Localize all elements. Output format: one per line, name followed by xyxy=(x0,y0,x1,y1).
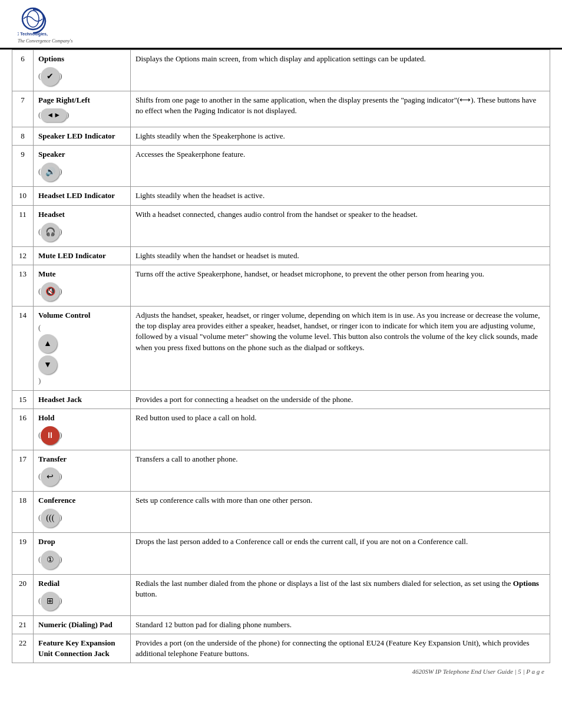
row-description: Sets up conference calls with more than … xyxy=(131,492,550,533)
table-row: 20Redial(⊞)Redials the last number diale… xyxy=(12,574,550,615)
page-footer: 4620SW IP Telephone End User Guide | 5 |… xyxy=(0,663,562,678)
row-name: Headset LED Indicator xyxy=(34,187,131,205)
feature-name: Headset xyxy=(38,210,65,219)
table-row: 17Transfer(↩)Transfers a call to another… xyxy=(12,450,550,492)
row-number: 9 xyxy=(12,146,34,187)
row-description: Red button used to place a call on hold. xyxy=(131,409,550,450)
row-number: 14 xyxy=(12,307,34,391)
paren-close: ) xyxy=(59,596,62,605)
row-number: 20 xyxy=(12,574,34,615)
table-row: 22Feature Key Expansion Unit Connection … xyxy=(12,634,550,663)
row-description: Lights steadily when the Speakerphone is… xyxy=(131,127,550,145)
feature-name: Hold xyxy=(38,413,54,422)
feature-name: Feature Key Expansion Unit Connection Ja… xyxy=(38,638,115,658)
row-name: Conference(((() xyxy=(34,492,131,533)
paren-close: ) xyxy=(59,472,62,480)
row-description: Provides a port (on the underside of the… xyxy=(131,634,550,663)
row-name: Speaker(🔊) xyxy=(34,146,131,187)
feature-name: Speaker LED Indicator xyxy=(38,131,115,140)
table-row: 10Headset LED IndicatorLights steadily w… xyxy=(12,187,550,205)
volume-up-icon: ▲ xyxy=(38,334,57,353)
feature-button-icon: ✔ xyxy=(41,67,59,86)
feature-name: Mute xyxy=(38,269,56,278)
row-description: Accesses the Speakerphone feature. xyxy=(131,146,550,187)
row-name: Mute LED Indicator xyxy=(34,246,131,265)
tagline: The Convergence Company's xyxy=(18,38,72,44)
table-row: 9Speaker(🔊)Accesses the Speakerphone fea… xyxy=(12,146,550,187)
feature-button-icon: ◄► xyxy=(41,108,67,122)
row-number: 19 xyxy=(12,533,34,574)
row-name: Hold(⏸) xyxy=(34,409,131,450)
feature-icon-wrap: (🔇) xyxy=(38,281,125,302)
row-description: Lights steadily when the handset or head… xyxy=(131,246,550,265)
row-name: Redial(⊞) xyxy=(34,574,131,615)
row-description: Provides a port for connecting a headset… xyxy=(131,390,550,409)
row-number: 21 xyxy=(12,615,34,634)
feature-name: Page Right/Left xyxy=(38,95,90,104)
row-description: Standard 12 button pad for dialing phone… xyxy=(131,615,550,634)
paren-close: ) xyxy=(59,167,62,176)
feature-name: Drop xyxy=(38,537,55,546)
table-row: 11Headset(🎧)With a headset connected, ch… xyxy=(12,205,550,246)
feature-icon-wrap: (✔) xyxy=(38,66,125,87)
paren-close: ) xyxy=(59,227,62,236)
paren-close: ) xyxy=(59,71,62,80)
feature-icon-wrap: (((() xyxy=(38,508,125,529)
row-number: 6 xyxy=(12,50,34,91)
feature-icon-wrap: (⊞) xyxy=(38,591,125,612)
row-number: 22 xyxy=(12,634,34,663)
company-logo: CCC Technologies, Inc. xyxy=(18,6,48,37)
feature-name: Transfer xyxy=(38,454,67,463)
table-row: 18Conference(((()Sets up conference call… xyxy=(12,492,550,533)
table-row: 13Mute(🔇)Turns off the active Speakerpho… xyxy=(12,265,550,306)
table-row: 15Headset JackProvides a port for connec… xyxy=(12,390,550,409)
row-number: 16 xyxy=(12,409,34,450)
paren-close: ) xyxy=(59,555,62,564)
options-reference: Options xyxy=(513,579,539,588)
row-description: Lights steadily when the headset is acti… xyxy=(131,187,550,205)
logo-area: CCC Technologies, Inc. The Convergence C… xyxy=(18,6,72,44)
row-number: 17 xyxy=(12,450,34,492)
footer-text: 4620SW IP Telephone End User Guide | 5 |… xyxy=(412,668,544,675)
row-number: 15 xyxy=(12,390,34,409)
row-name: Transfer(↩) xyxy=(34,450,131,492)
feature-icon-wrap: (🎧) xyxy=(38,222,125,243)
row-name: Page Right/Left(◄►) xyxy=(34,91,131,127)
row-number: 13 xyxy=(12,265,34,306)
feature-name: Headset Jack xyxy=(38,395,82,404)
paren-close: ) xyxy=(59,286,62,295)
table-row: 21Numeric (Dialing) PadStandard 12 butto… xyxy=(12,615,550,634)
feature-name: Redial xyxy=(38,579,59,588)
feature-button-icon: ⏸ xyxy=(41,426,59,445)
feature-icon-wrap: (▲▼) xyxy=(38,322,125,386)
row-description: Adjusts the handset, speaker, headset, o… xyxy=(131,307,550,391)
feature-icon-wrap: (①) xyxy=(38,549,125,571)
feature-name: Numeric (Dialing) Pad xyxy=(38,620,113,629)
table-row: 8Speaker LED IndicatorLights steadily wh… xyxy=(12,127,550,145)
table-row: 16Hold(⏸)Red button used to place a call… xyxy=(12,409,550,450)
table-row: 6Options(✔)Displays the Options main scr… xyxy=(12,50,550,91)
svg-text:CCC Technologies, Inc.: CCC Technologies, Inc. xyxy=(18,32,48,37)
volume-down-icon: ▼ xyxy=(38,355,57,374)
row-description: Transfers a call to another phone. xyxy=(131,450,550,492)
row-name: Options(✔) xyxy=(34,50,131,91)
row-name: Headset Jack xyxy=(34,390,131,409)
row-description: Redials the last number dialed from the … xyxy=(131,574,550,615)
paren-close: ) xyxy=(59,430,62,439)
feature-name: Speaker xyxy=(38,150,65,159)
row-number: 11 xyxy=(12,205,34,246)
feature-name: Options xyxy=(38,54,64,63)
feature-name: Conference xyxy=(38,496,75,505)
logo-text: The Convergence Company's xyxy=(18,38,72,44)
row-name: Mute(🔇) xyxy=(34,265,131,306)
feature-icon-wrap: (◄►) xyxy=(38,107,125,123)
feature-name: Mute LED Indicator xyxy=(38,251,106,260)
row-number: 10 xyxy=(12,187,34,205)
feature-icon-wrap: (🔊) xyxy=(38,162,125,183)
row-name: Feature Key Expansion Unit Connection Ja… xyxy=(34,634,131,663)
feature-name: Headset LED Indicator xyxy=(38,191,115,200)
row-name: Volume Control(▲▼) xyxy=(34,307,131,391)
paren-close: ) xyxy=(67,110,69,119)
feature-icon-wrap: (↩) xyxy=(38,466,125,487)
header: CCC Technologies, Inc. The Convergence C… xyxy=(0,0,562,50)
